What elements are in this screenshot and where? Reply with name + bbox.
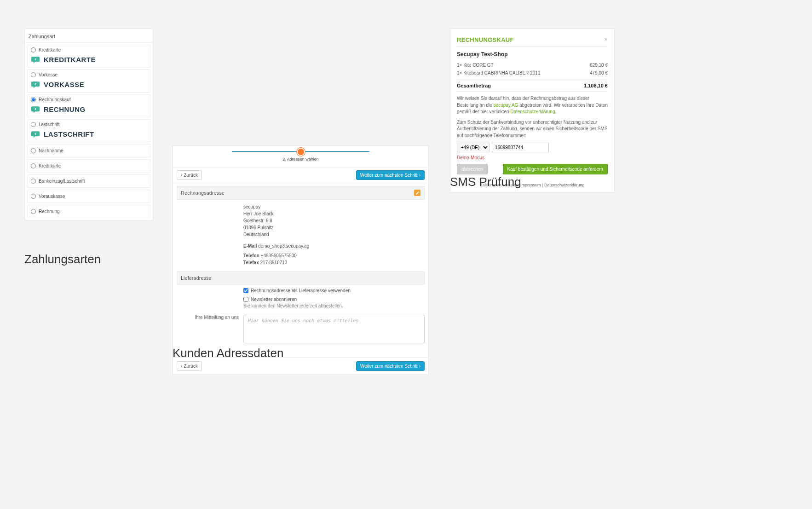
payment-radio[interactable] (31, 209, 36, 214)
payment-radio[interactable] (31, 97, 36, 102)
payment-radio-row[interactable]: Kreditkarte (31, 47, 147, 52)
chevron-right-icon: › (419, 364, 420, 369)
speech-bubble-icon: € (31, 106, 40, 113)
payment-brand: € LASTSCHRIFT (31, 130, 147, 138)
caption-sms: SMS Prüfung (450, 175, 521, 189)
next-button[interactable]: Weiter zum nächsten Schritt› (356, 170, 425, 180)
payment-radio[interactable] (31, 122, 36, 127)
address-form-panel: 2. Adressen wählen ‹Zurück Weiter zum nä… (173, 145, 429, 375)
link-impressum[interactable]: Impressum (520, 183, 541, 187)
speech-bubble-icon: € (31, 56, 40, 64)
stepper-current-dot (297, 148, 305, 156)
phone-input[interactable] (492, 143, 549, 152)
dialog-title: RECHNUNGSKAUF (457, 36, 514, 43)
payment-radio[interactable] (31, 72, 36, 77)
line-item: 1× Kite CORE GT629,10 € (457, 61, 608, 69)
dial-code-select[interactable]: +49 (DE) (457, 143, 490, 152)
payment-option[interactable]: Nachnahme (27, 144, 150, 157)
payment-option[interactable]: Vorauskasse (27, 190, 150, 203)
close-icon[interactable]: × (604, 36, 608, 42)
next-button[interactable]: Weiter zum nächsten Schritt› (356, 361, 425, 371)
payment-brand: € VORKASSE (31, 81, 147, 88)
checkout-stepper: 2. Adressen wählen (173, 146, 428, 167)
use-billing-checkbox[interactable]: Rechnungsadresse als Lieferadresse verwe… (243, 288, 425, 293)
payment-methods-panel: Zahlungsart Kreditkarte € KREDITKARTE Vo… (24, 29, 153, 220)
payment-radio[interactable] (31, 47, 36, 52)
sms-dialog: RECHNUNGSKAUF × Secupay Test-Shop 1× Kit… (450, 29, 615, 192)
payment-brand: € KREDITKARTE (31, 56, 147, 64)
payment-option[interactable]: Kreditkarte € KREDITKARTE (27, 45, 150, 68)
payment-radio[interactable] (31, 148, 36, 153)
shop-name: Secupay Test-Shop (457, 51, 608, 58)
shipping-address-header: Lieferadresse (177, 272, 425, 284)
line-item: 1× Kiteboard CABRINHA CALIBER 2011479,00… (457, 69, 608, 77)
speech-bubble-icon: € (31, 81, 40, 88)
payment-brand: € RECHNUNG (31, 105, 147, 113)
edit-billing-button[interactable] (414, 190, 420, 196)
caption-adressdaten: Kunden Adressdaten (173, 346, 283, 360)
link-secupay-ag[interactable]: secupay AG (494, 103, 518, 108)
demo-mode-label: Demo-Modus (457, 155, 608, 160)
payment-option[interactable]: Kreditkarte (27, 159, 150, 173)
back-button[interactable]: ‹Zurück (177, 170, 202, 180)
legal-note-2: Zum Schutz der Bankverbindung vor unbere… (457, 119, 608, 139)
billing-address-block: secupay Herr Joe Black Goethestr. 6 8 01… (243, 203, 425, 266)
payment-option[interactable]: Rechnungskauf € RECHNUNG (27, 94, 150, 117)
payment-radio[interactable] (31, 163, 36, 168)
billing-address-header: Rechnungsadresse (177, 186, 425, 200)
chevron-left-icon: ‹ (181, 364, 182, 369)
cancel-button[interactable]: abbrechen (457, 164, 488, 174)
payment-radio[interactable] (31, 179, 36, 184)
message-label: Ihre Mitteilung an uns (177, 315, 243, 344)
payment-radio[interactable] (31, 194, 36, 199)
pencil-icon (415, 191, 420, 195)
payment-radio-row[interactable]: Vorkasse (31, 72, 147, 77)
payment-option[interactable]: Vorkasse € VORKASSE (27, 69, 150, 93)
payment-option[interactable]: Rechnung (27, 205, 150, 218)
speech-bubble-icon: € (31, 131, 40, 138)
total-row: Gesamtbetrag1.108,10 € (457, 80, 608, 92)
confirm-button[interactable]: Kauf bestätigen und Sicherheitscode anfo… (503, 164, 608, 174)
message-textarea[interactable] (243, 315, 425, 343)
payment-radio-row[interactable]: Lastschrift (31, 122, 147, 127)
newsletter-checkbox[interactable]: Newsletter abonnieren (243, 297, 425, 302)
caption-zahlungsarten: Zahlungsarten (24, 252, 101, 266)
chevron-right-icon: › (419, 173, 420, 178)
newsletter-help-text: Sie können den Newsletter jederzeit abbe… (243, 303, 425, 308)
chevron-left-icon: ‹ (181, 173, 182, 178)
link-privacy[interactable]: Datenschutzerklärung (510, 109, 555, 114)
stepper-label: 2. Adressen wählen (173, 157, 428, 162)
legal-note-1: Wir weisen Sie darauf hin, dass der Rech… (457, 95, 608, 116)
link-privacy-footer[interactable]: Datenschutzerklärung (544, 183, 585, 187)
payment-radio-row[interactable]: Rechnungskauf (31, 97, 147, 102)
back-button[interactable]: ‹Zurück (177, 361, 202, 371)
payment-option[interactable]: Lastschrift € LASTSCHRIFT (27, 119, 150, 142)
payment-methods-heading: Zahlungsart (25, 29, 153, 43)
payment-option[interactable]: Bankeinzug/Lastschrift (27, 174, 150, 188)
